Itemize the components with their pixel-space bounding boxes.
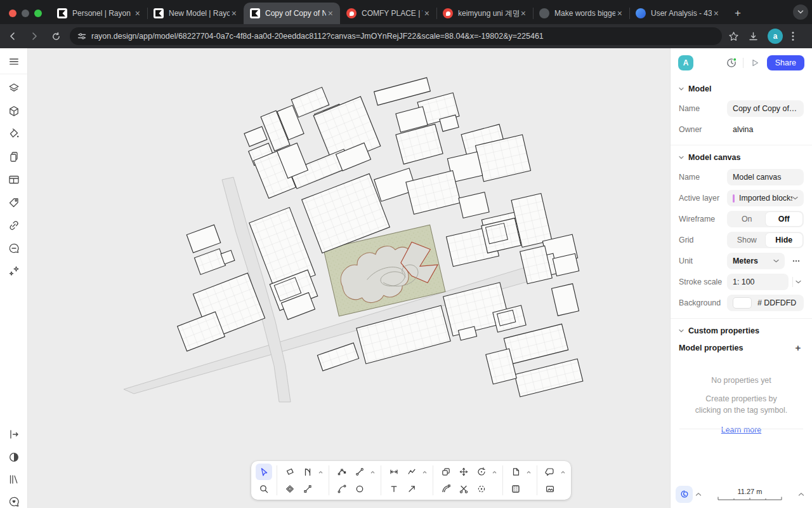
block-tool[interactable] (282, 481, 298, 497)
zoom-tool[interactable] (256, 481, 272, 497)
pages-icon[interactable] (7, 150, 21, 164)
browser-tab[interactable]: New Model | Rayon× (147, 3, 244, 24)
dimension-tool[interactable] (386, 464, 402, 480)
hatch-tool[interactable] (508, 481, 524, 497)
pivot-tool[interactable] (473, 481, 490, 497)
tab-close-icon[interactable]: × (712, 9, 721, 18)
arrow-tool[interactable] (403, 481, 420, 497)
url-bar[interactable]: rayon.design/app/model/68227704-0a7c-4f8… (70, 27, 722, 45)
edit-points-tool[interactable] (334, 464, 350, 480)
circle-tool[interactable] (351, 481, 368, 497)
tab-close-icon[interactable]: × (615, 9, 624, 18)
grid-show-option[interactable]: Show (728, 233, 766, 247)
new-tab-button[interactable]: + (730, 5, 746, 22)
snapping-toggle[interactable] (676, 486, 693, 503)
stroke-scale-input[interactable]: 1: 100 (727, 274, 789, 290)
layers-icon[interactable] (7, 81, 21, 95)
tab-close-icon[interactable]: × (519, 9, 528, 18)
unit-dropdown[interactable]: Meters (727, 253, 785, 269)
blocks-cube-icon[interactable] (7, 104, 21, 118)
ai-sparkles-icon[interactable] (7, 264, 21, 278)
tool-group-expand-icon[interactable] (369, 464, 376, 480)
back-icon[interactable] (4, 27, 22, 45)
comments-icon[interactable] (7, 241, 21, 255)
active-layer-dropdown[interactable]: Imported blocks (727, 190, 804, 206)
add-property-icon[interactable]: + (792, 342, 804, 353)
site-settings-icon[interactable] (77, 32, 86, 41)
link-icon[interactable] (7, 218, 21, 232)
unit-more-options-icon[interactable] (789, 253, 804, 269)
reload-icon[interactable] (47, 27, 65, 45)
version-history-icon[interactable] (724, 56, 738, 70)
wireframe-off-option[interactable]: Off (766, 212, 803, 226)
table-icon[interactable] (7, 173, 21, 187)
wireframe-on-option[interactable]: On (728, 212, 766, 226)
present-play-icon[interactable] (748, 56, 762, 70)
segment-tool[interactable] (351, 464, 368, 480)
rotate-tool[interactable] (473, 464, 490, 480)
wireframe-toggle[interactable]: On Off (727, 211, 804, 227)
arc-tool[interactable] (334, 481, 350, 497)
main-menu-icon[interactable] (7, 55, 21, 69)
browser-profile-avatar[interactable]: a (768, 29, 783, 44)
theme-contrast-icon[interactable] (7, 450, 21, 464)
tool-group-expand-icon[interactable] (317, 464, 324, 480)
export-icon[interactable] (7, 427, 21, 441)
page-tool[interactable] (508, 464, 524, 480)
polyline-tool[interactable] (403, 464, 420, 480)
bookmark-star-icon[interactable] (728, 31, 739, 42)
help-support-icon[interactable] (7, 495, 21, 508)
user-avatar[interactable]: A (678, 55, 693, 70)
canvas-area[interactable] (28, 48, 670, 508)
tool-group-expand-icon[interactable] (421, 464, 428, 480)
tab-close-icon[interactable]: × (133, 9, 142, 18)
line-tool[interactable] (299, 481, 316, 497)
browser-menu-icon[interactable] (792, 31, 794, 41)
move-tool[interactable] (455, 464, 472, 480)
rectangle-tool[interactable] (282, 464, 298, 480)
paint-fill-icon[interactable] (7, 127, 21, 141)
window-zoom-button[interactable] (34, 10, 42, 17)
tab-close-icon[interactable]: × (326, 9, 335, 18)
window-minimize-button[interactable] (22, 10, 29, 17)
browser-tab[interactable]: Personel | Rayon× (51, 3, 147, 24)
browser-tab[interactable]: keimyung uni 계명× (436, 3, 533, 24)
select-tool[interactable] (256, 464, 272, 480)
copy-tool[interactable] (438, 464, 454, 480)
tab-close-icon[interactable]: × (422, 9, 431, 18)
image-tool[interactable] (542, 481, 558, 497)
door-tool[interactable] (299, 464, 316, 480)
library-icon[interactable] (7, 472, 21, 486)
browser-tab[interactable]: Copy of Copy of N× (244, 3, 340, 24)
browser-tab[interactable]: COMFY PLACE | W× (340, 3, 436, 24)
tag-icon[interactable] (7, 196, 21, 210)
window-close-button[interactable] (9, 10, 16, 17)
share-button[interactable]: Share (767, 55, 804, 70)
custom-properties-header[interactable]: Custom properties (679, 326, 804, 335)
tool-group-expand-icon[interactable] (525, 464, 532, 480)
tool-group-expand-icon[interactable] (491, 464, 498, 480)
forward-icon[interactable] (25, 27, 43, 45)
snapping-expand-icon[interactable] (693, 492, 704, 497)
learn-more-link[interactable]: Learn more (679, 425, 804, 434)
offset-tool[interactable] (438, 481, 454, 497)
browser-tab[interactable]: User Analysis - 43× (629, 3, 726, 24)
model-name-input[interactable] (727, 100, 804, 117)
color-swatch[interactable] (733, 297, 752, 309)
scale-expand-icon[interactable] (796, 492, 807, 497)
trim-tool[interactable] (455, 481, 472, 497)
background-color-picker[interactable]: # DDFDFD (727, 295, 804, 311)
tab-search-icon[interactable] (793, 4, 808, 20)
comment-tool[interactable] (542, 464, 558, 480)
text-tool[interactable] (386, 481, 402, 497)
stroke-scale-dropdown-icon[interactable] (792, 277, 804, 287)
download-icon[interactable] (748, 31, 759, 42)
canvas-name-input[interactable] (727, 169, 804, 185)
model-canvas-section-header[interactable]: Model canvas (679, 153, 804, 162)
tool-group-expand-icon[interactable] (560, 464, 566, 480)
browser-tab[interactable]: Make words bigge× (533, 3, 629, 24)
tab-close-icon[interactable]: × (230, 9, 239, 18)
grid-hide-option[interactable]: Hide (766, 233, 803, 247)
model-section-header[interactable]: Model (679, 84, 804, 93)
grid-toggle[interactable]: Show Hide (727, 232, 804, 248)
